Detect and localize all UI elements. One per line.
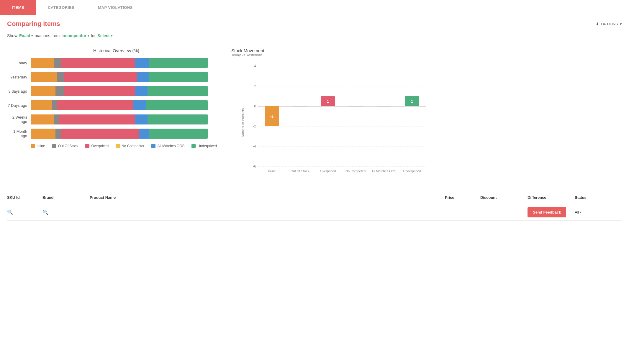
seg-oos [54, 114, 59, 124]
download-icon: ⬇ [596, 22, 599, 26]
bar-chart: Today Yesterday 3 days ago [7, 58, 225, 139]
svg-text:-2: -2 [270, 114, 273, 119]
match-type-dropdown[interactable]: Exact ▾ [19, 33, 33, 38]
brand-search-wrap[interactable]: 🔍 [42, 209, 90, 215]
options-button[interactable]: ⬇ OPTIONS ▾ [596, 22, 622, 26]
col-discount: Discount [480, 195, 528, 200]
page-title: Comparing Items [7, 20, 60, 28]
legend-color [52, 144, 56, 148]
svg-text:Underpriced: Underpriced [403, 169, 421, 173]
seg-blue [135, 86, 148, 96]
col-brand: Brand [42, 195, 90, 200]
legend-label: All Matches OOS [157, 144, 184, 148]
bar-label: 1 Month ago [7, 129, 31, 138]
col-price: Price [445, 195, 480, 200]
svg-text:-6: -6 [253, 164, 256, 168]
svg-text:Out Of Stock: Out Of Stock [291, 169, 309, 173]
col-sku: SKU Id [7, 195, 42, 200]
stock-movement-chart: Stock Movement Today vs Yesterday Number… [231, 48, 622, 185]
bar-row: 7 Days ago [31, 100, 225, 110]
bar-label: 3 days ago [7, 89, 31, 94]
competitor-dropdown[interactable]: Incompetitor ▾ [61, 33, 89, 38]
svg-text:0: 0 [254, 104, 256, 108]
tabs-bar: ITEMS CATEGORIES MAP VIOLATIONS [0, 0, 629, 15]
stock-chart-subtitle: Today vs Yesterday [231, 53, 622, 57]
for-label: for [91, 33, 96, 38]
legend-item: Inline [31, 144, 45, 148]
seg-oos [55, 129, 61, 139]
bar-segments [31, 72, 208, 82]
legend-label: Overpriced [91, 144, 109, 148]
tab-map-violations[interactable]: MAP VIOLATIONS [86, 0, 145, 15]
seg-overpriced [59, 114, 135, 124]
send-feedback-button[interactable]: Send Feedback [528, 207, 566, 217]
stock-svg: -6-4-2024-2InlineOut Of Stock1Overpriced… [243, 60, 432, 184]
seg-inline [31, 114, 54, 124]
seg-oos [55, 86, 64, 96]
svg-text:Overpriced: Overpriced [320, 169, 336, 173]
page-header: Comparing Items ⬇ OPTIONS ▾ [0, 15, 629, 31]
chart-legend: Inline Out Of Stock Overpriced No Compet… [7, 144, 225, 148]
legend-label: No Competitor [122, 144, 144, 148]
historical-chart-title: Historical Overview (%) [7, 48, 225, 53]
bar-label: 7 Days ago [7, 103, 31, 108]
seg-green [149, 58, 208, 68]
svg-text:Inline: Inline [268, 169, 276, 173]
svg-text:No Competitor: No Competitor [345, 169, 366, 173]
matches-from-label: matches from [35, 33, 60, 38]
seg-inline [31, 129, 55, 139]
seg-oos [57, 72, 64, 82]
legend-color [31, 144, 35, 148]
seg-overpriced [61, 58, 135, 68]
bar-label: 2 Weeks ago [7, 115, 31, 124]
legend-color [151, 144, 155, 148]
svg-text:-2: -2 [253, 124, 256, 128]
svg-text:2: 2 [254, 84, 256, 88]
seg-blue [133, 100, 146, 110]
sku-search-icon: 🔍 [7, 209, 13, 215]
legend-item: Out Of Stock [52, 144, 78, 148]
legend-item: Underpriced [191, 144, 217, 148]
seg-green [148, 114, 208, 124]
sku-search-wrap[interactable]: 🔍 [7, 209, 42, 215]
seg-blue [135, 58, 149, 68]
stock-chart-title: Stock Movement [231, 48, 622, 53]
svg-text:All Matches OOS: All Matches OOS [371, 169, 396, 173]
seg-overpriced [64, 86, 135, 96]
status-chevron: ▾ [580, 211, 582, 214]
brand-search-icon: 🔍 [42, 209, 48, 215]
match-type-chevron: ▾ [31, 34, 33, 37]
legend-color [191, 144, 196, 148]
seg-overpriced [57, 100, 133, 110]
bar-row: 3 days ago [31, 86, 225, 96]
seg-overpriced [61, 129, 139, 139]
seg-inline [31, 86, 55, 96]
seg-green [149, 129, 208, 139]
historical-chart: Historical Overview (%) Today Yesterday [7, 48, 225, 185]
bar-segments [31, 58, 208, 68]
tab-items[interactable]: ITEMS [0, 0, 36, 15]
competitor-value: Incompetitor [61, 33, 86, 38]
show-label: Show [7, 33, 17, 38]
competitor-chevron: ▾ [88, 34, 89, 37]
tab-categories[interactable]: CATEGORIES [36, 0, 86, 15]
stock-y-axis-label: Number of Products [241, 108, 245, 137]
seg-oos [52, 100, 57, 110]
table-section: SKU Id Brand Product Name Price Discount… [0, 191, 629, 221]
charts-row: Historical Overview (%) Today Yesterday [0, 42, 629, 191]
status-filter-dropdown[interactable]: All ▾ [575, 210, 622, 214]
options-label: OPTIONS [601, 22, 618, 26]
select-chevron: ▾ [111, 34, 112, 37]
select-value: Select [97, 33, 109, 38]
bar-row: 1 Month ago [31, 129, 225, 139]
table-header: SKU Id Brand Product Name Price Discount… [7, 191, 622, 204]
legend-item: Overpriced [85, 144, 109, 148]
filter-row: Show Exact ▾ matches from Incompetitor ▾… [0, 31, 629, 42]
select-dropdown[interactable]: Select ▾ [97, 33, 112, 38]
legend-color [116, 144, 120, 148]
table-search-row: 🔍 🔍 Send Feedback All ▾ [7, 204, 622, 221]
bar-segments [31, 114, 208, 124]
seg-green [148, 86, 208, 96]
col-difference: Difference [528, 195, 575, 200]
legend-label: Out Of Stock [58, 144, 78, 148]
